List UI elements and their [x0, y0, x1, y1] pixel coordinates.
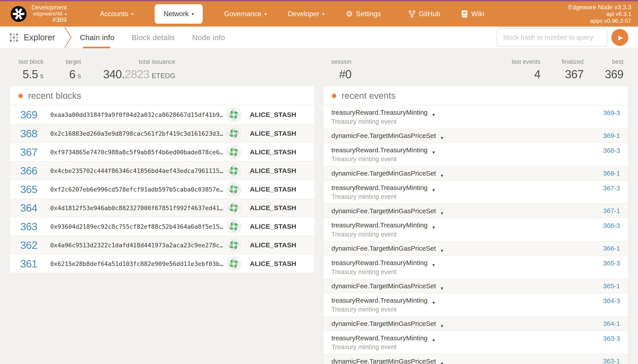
block-author: ALICE_STASH [226, 238, 315, 252]
tab-node-info[interactable]: Node info [192, 26, 225, 48]
event-method: treasuryReward.TreasuryMinting [331, 259, 428, 266]
validator-name-link[interactable]: ALICE_STASH [250, 148, 296, 156]
event-method: dynamicFee.TargetMinGasPriceSet [331, 358, 436, 364]
chevron-down-icon[interactable]: ▼ [440, 324, 444, 329]
validator-identicon[interactable] [226, 182, 241, 196]
chain-network[interactable]: edgeware/48▾ [32, 11, 67, 16]
validator-name-link[interactable]: ALICE_STASH [250, 260, 296, 268]
block-hash: 0x4cbe235702c444f86346c41856bd4aef43edca… [50, 168, 226, 174]
chevron-down-icon[interactable]: ▼ [440, 286, 444, 291]
validator-name-link[interactable]: ALICE_STASH [250, 204, 296, 212]
validator-name-link[interactable]: ALICE_STASH [250, 241, 296, 249]
chevron-down-icon[interactable]: ▼ [440, 361, 444, 364]
event-block-index-link[interactable]: 368-1 [603, 170, 620, 177]
chevron-down-icon[interactable]: ▼ [431, 112, 436, 118]
orange-donut-icon [19, 94, 23, 98]
event-description: Treasury minting event [331, 268, 436, 276]
wiki-link[interactable]: Wiki [461, 10, 484, 18]
grid-dots-icon [10, 34, 18, 42]
chevron-down-icon[interactable]: ▼ [431, 300, 436, 306]
event-block-index-link[interactable]: 369-3 [603, 109, 620, 117]
event-block-index-link[interactable]: 365-3 [603, 260, 620, 267]
block-query-search: ▶ [497, 28, 628, 46]
validator-name-link[interactable]: ALICE_STASH [250, 111, 296, 118]
validator-identicon[interactable] [226, 108, 241, 122]
block-hash: 0x93604d2189ec92c8c755cf82ef88c52b4364a6… [50, 223, 226, 230]
summary-right-group: session #0 last events 4 finalized 367 b… [323, 58, 628, 81]
event-block-index-link[interactable]: 364-1 [603, 320, 620, 328]
block-author: ALICE_STASH [226, 145, 315, 160]
block-number-link[interactable]: 365 [10, 183, 40, 196]
event-method: treasuryReward.TreasuryMinting [331, 222, 428, 229]
nav-settings[interactable]: ⚙Settings [346, 10, 381, 18]
edgeware-logo[interactable] [11, 6, 27, 22]
chevron-down-icon[interactable]: ▼ [431, 338, 436, 343]
chevron-down-icon[interactable]: ▼ [431, 188, 436, 193]
block-hash: 0x4d1812f53e946ab0c882327000f67851f992f4… [50, 204, 226, 212]
block-number-link[interactable]: 369 [10, 109, 40, 121]
nav-developer[interactable]: Developer▾ [288, 10, 325, 18]
event-block-index-link[interactable]: 365-1 [603, 282, 620, 290]
block-number-link[interactable]: 361 [10, 258, 40, 270]
validator-identicon[interactable] [226, 145, 241, 160]
nav-network-active[interactable]: Network▾ [155, 4, 203, 24]
block-number-link[interactable]: 368 [10, 128, 40, 140]
event-row: dynamicFee.TargetMinGasPriceSet▼ 363-1 [323, 354, 628, 364]
validator-identicon[interactable] [226, 219, 241, 234]
nav-accounts[interactable]: Accounts▾ [100, 10, 133, 18]
chevron-down-icon: ▾ [65, 12, 67, 16]
chevron-down-icon[interactable]: ▼ [440, 136, 444, 141]
validator-identicon[interactable] [226, 126, 241, 141]
chevron-down-icon[interactable]: ▼ [440, 173, 444, 178]
chevron-down-icon[interactable]: ▼ [440, 248, 444, 254]
block-number-link[interactable]: 363 [10, 220, 40, 233]
event-row: dynamicFee.TargetMinGasPriceSet▼ 364-1 [323, 316, 628, 330]
event-block-index-link[interactable]: 368-3 [603, 147, 620, 154]
chain-info-block[interactable]: Development edgeware/48▾ #369 [32, 4, 67, 23]
orange-donut-icon [332, 94, 336, 98]
github-link[interactable]: GitHub [409, 10, 440, 18]
chevron-down-icon[interactable]: ▼ [431, 150, 436, 155]
explorer-toolbar: Explorer Chain info Block details Node i… [0, 26, 638, 48]
event-row: dynamicFee.TargetMinGasPriceSet▼ 366-1 [323, 241, 628, 255]
api-version: api v6.3.1 [568, 11, 631, 18]
event-block-index-link[interactable]: 363-3 [603, 335, 620, 342]
validator-identicon[interactable] [226, 164, 241, 178]
block-query-input[interactable] [497, 28, 607, 46]
validator-identicon[interactable] [226, 238, 241, 252]
validator-name-link[interactable]: ALICE_STASH [250, 186, 296, 193]
tab-block-details[interactable]: Block details [132, 26, 175, 48]
block-hash: 0xf2c6207eb6e996cd578efcf91adb597b5caba0… [50, 186, 226, 193]
event-row: treasuryReward.TreasuryMinting▼ Treasury… [323, 330, 628, 354]
event-method: treasuryReward.TreasuryMinting [331, 109, 428, 116]
event-block-index-link[interactable]: 366-1 [603, 245, 620, 252]
chevron-down-icon[interactable]: ▼ [431, 262, 436, 268]
recent-blocks-panel: recent blocks 369 0xaa3a00dd3184f9a9f0f0… [10, 86, 315, 273]
nav-governance[interactable]: Governance▾ [224, 10, 267, 18]
event-block-index-link[interactable]: 364-3 [603, 297, 620, 305]
event-block-index-link[interactable]: 367-1 [603, 207, 620, 214]
chevron-down-icon[interactable]: ▼ [440, 211, 444, 216]
block-number-link[interactable]: 362 [10, 239, 40, 251]
validator-name-link[interactable]: ALICE_STASH [250, 167, 296, 174]
block-number-link[interactable]: 364 [10, 202, 40, 214]
block-author: ALICE_STASH [226, 200, 315, 215]
validator-identicon[interactable] [226, 200, 241, 215]
validator-name-link[interactable]: ALICE_STASH [250, 130, 296, 137]
validator-name-link[interactable]: ALICE_STASH [250, 223, 296, 230]
recent-blocks-header: recent blocks [10, 86, 315, 106]
event-block-index-link[interactable]: 366-3 [603, 222, 620, 230]
block-number-link[interactable]: 367 [10, 146, 40, 158]
chain-name: Development [32, 4, 67, 11]
event-block-index-link[interactable]: 363-1 [603, 357, 620, 364]
chevron-down-icon[interactable]: ▼ [431, 225, 436, 230]
event-method: treasuryReward.TreasuryMinting [331, 334, 428, 342]
block-number-link[interactable]: 366 [10, 165, 40, 177]
tab-chain-info[interactable]: Chain info [80, 26, 115, 48]
validator-identicon[interactable] [226, 256, 241, 271]
event-block-index-link[interactable]: 367-3 [603, 184, 620, 192]
main-navigation: Accounts▾ Network▾ Governance▾ Developer… [100, 4, 402, 24]
search-go-button[interactable]: ▶ [611, 29, 628, 46]
event-block-index-link[interactable]: 369-1 [603, 132, 620, 140]
play-arrow-icon: ▶ [618, 34, 623, 41]
